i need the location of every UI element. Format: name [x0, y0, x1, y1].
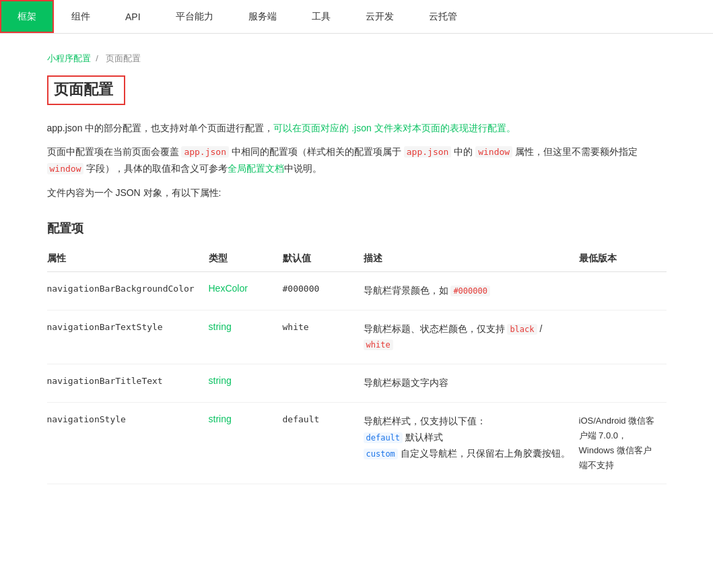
table-row: navigationStyle string default 导航栏样式，仅支持… [47, 402, 667, 484]
desc-paragraph-2: 页面中配置项在当前页面会覆盖 app.json 中相同的配置项（样式相关的配置项… [47, 143, 667, 177]
desc-navigationBarTitleText: 导航栏标题文字内容 [364, 364, 579, 403]
default-navigationBarTextStyle: white [283, 310, 364, 364]
type-navigationBarTextStyle: string [209, 310, 283, 364]
attr-navigationStyle: navigationStyle [47, 402, 209, 484]
table-row: navigationBarTitleText string 导航栏标题文字内容 [47, 364, 667, 403]
global-config-link[interactable]: 全局配置文档 [228, 163, 284, 174]
desc-paragraph-3: 文件内容为一个 JSON 对象，有以下属性: [47, 185, 667, 201]
code-window-2: window [47, 163, 84, 174]
th-type: 类型 [209, 247, 283, 272]
th-default: 默认值 [283, 247, 364, 272]
desc1-link[interactable]: 可以在页面对应的 .json 文件来对本页面的表现进行配置。 [273, 123, 515, 133]
nav-bar: 框架组件API平台能力服务端工具云开发云托管 [0, 0, 713, 34]
breadcrumb-separator: / [96, 53, 100, 63]
code-window-1: window [475, 146, 512, 158]
nav-item-server[interactable]: 服务端 [231, 0, 294, 33]
th-attr: 属性 [47, 247, 209, 272]
page-title: 页面配置 [54, 79, 113, 100]
version-navigationBarTitleText [579, 364, 667, 403]
nav-item-api[interactable]: API [108, 0, 158, 33]
main-content: 小程序配置 / 页面配置 页面配置 app.json 中的部分配置，也支持对单个… [20, 34, 693, 525]
nav-item-components[interactable]: 组件 [54, 0, 108, 33]
breadcrumb-current: 页面配置 [106, 53, 141, 63]
version-navigationBarTextStyle [579, 310, 667, 364]
page-title-box: 页面配置 [47, 75, 125, 105]
desc-navigationBarBackgroundColor: 导航栏背景颜色，如 #000000 [364, 271, 579, 310]
nav-item-platform[interactable]: 平台能力 [158, 0, 231, 33]
nav-item-cloud-host[interactable]: 云托管 [411, 0, 475, 33]
table-header-row: 属性 类型 默认值 描述 最低版本 [47, 247, 667, 272]
code-appjson-1: app.json [181, 146, 229, 158]
desc-navigationStyle: 导航栏样式，仅支持以下值： default 默认样式 custom 自定义导航栏… [364, 402, 579, 484]
default-navigationBarTitleText [283, 364, 364, 403]
version-navigationBarBackgroundColor [579, 271, 667, 310]
attr-navigationBarTextStyle: navigationBarTextStyle [47, 310, 209, 364]
nav-item-framework[interactable]: 框架 [0, 0, 54, 33]
type-navigationBarTitleText: string [209, 364, 283, 403]
default-navigationBarBackgroundColor: #000000 [283, 271, 364, 310]
type-navigationBarBackgroundColor: HexColor [209, 271, 283, 310]
desc-paragraph-1: app.json 中的部分配置，也支持对单个页面进行配置，可以在页面对应的 .j… [47, 120, 667, 137]
section-title-config: 配置项 [47, 220, 667, 236]
nav-item-cloud-dev[interactable]: 云开发 [348, 0, 411, 33]
desc-navigationBarTextStyle: 导航栏标题、状态栏颜色，仅支持 black / white [364, 310, 579, 364]
table-row: navigationBarBackgroundColor HexColor #0… [47, 271, 667, 310]
code-appjson-2: app.json [404, 146, 452, 158]
default-navigationStyle: default [283, 402, 364, 484]
breadcrumb-parent[interactable]: 小程序配置 [47, 53, 91, 63]
version-navigationStyle: iOS/Android 微信客户端 7.0.0，Windows 微信客户端不支持 [579, 402, 667, 484]
config-table: 属性 类型 默认值 描述 最低版本 navigationBarBackgroun… [47, 247, 667, 485]
table-row: navigationBarTextStyle string white 导航栏标… [47, 310, 667, 364]
nav-item-tools[interactable]: 工具 [294, 0, 348, 33]
th-version: 最低版本 [579, 247, 667, 272]
th-desc: 描述 [364, 247, 579, 272]
breadcrumb: 小程序配置 / 页面配置 [47, 53, 667, 65]
attr-navigationBarTitleText: navigationBarTitleText [47, 364, 209, 403]
type-navigationStyle: string [209, 402, 283, 484]
attr-navigationBarBackgroundColor: navigationBarBackgroundColor [47, 271, 209, 310]
